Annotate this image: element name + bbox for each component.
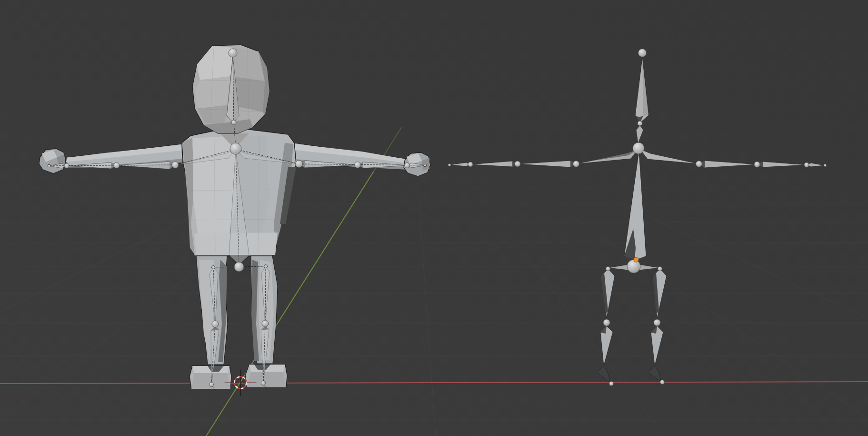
joint-sphere[interactable] <box>633 142 644 154</box>
joint-sphere[interactable] <box>264 265 268 268</box>
joint-sphere[interactable] <box>639 49 647 57</box>
joint-sphere[interactable] <box>658 267 662 271</box>
joint-sphere[interactable] <box>212 321 219 327</box>
joint-sphere[interactable] <box>234 262 244 272</box>
joint-sphere[interactable] <box>229 49 237 57</box>
blender-3d-viewport[interactable] <box>0 0 868 436</box>
joint-sphere[interactable] <box>261 381 266 385</box>
joint-sphere[interactable] <box>573 161 579 167</box>
viewport-background <box>0 0 868 436</box>
joint-sphere[interactable] <box>230 143 241 154</box>
joint-sphere[interactable] <box>696 161 702 167</box>
joint-sphere[interactable] <box>654 319 660 326</box>
joint-sphere[interactable] <box>638 121 642 126</box>
joint-sphere[interactable] <box>824 164 827 167</box>
blender-viewport-stage <box>0 0 868 436</box>
joint-sphere[interactable] <box>210 383 214 387</box>
joint-sphere[interactable] <box>660 380 665 385</box>
joint-sphere[interactable] <box>355 162 361 168</box>
joint-sphere[interactable] <box>172 162 179 168</box>
joint-sphere[interactable] <box>114 162 120 168</box>
joint-sphere[interactable] <box>424 164 427 167</box>
origin-dot[interactable] <box>634 257 639 262</box>
shoe-right-toe[interactable] <box>247 372 286 387</box>
joint-sphere[interactable] <box>515 161 520 167</box>
joint-sphere[interactable] <box>296 161 303 168</box>
joint-sphere[interactable] <box>468 162 473 167</box>
joint-sphere[interactable] <box>448 163 451 166</box>
joint-sphere[interactable] <box>405 163 410 168</box>
joint-sphere[interactable] <box>606 267 610 271</box>
joint-sphere[interactable] <box>262 320 269 327</box>
joint-sphere[interactable] <box>754 162 760 167</box>
joint-sphere[interactable] <box>231 120 236 125</box>
joint-sphere[interactable] <box>804 162 809 167</box>
joint-sphere[interactable] <box>603 319 610 326</box>
head-facet[interactable] <box>195 76 230 109</box>
joint-sphere[interactable] <box>212 266 215 269</box>
joint-sphere[interactable] <box>48 164 50 167</box>
joint-sphere[interactable] <box>627 260 640 273</box>
joint-sphere[interactable] <box>609 382 614 386</box>
joint-sphere[interactable] <box>64 163 69 168</box>
